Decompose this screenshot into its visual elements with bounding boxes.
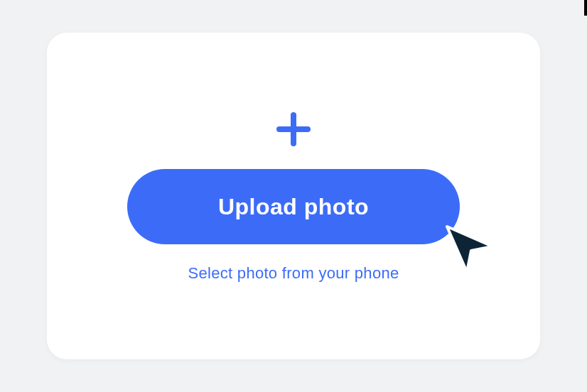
- helper-text: Select photo from your phone: [188, 264, 399, 283]
- upload-photo-button[interactable]: Upload photo: [127, 169, 460, 244]
- upload-card: Upload photo Select photo from your phon…: [47, 33, 540, 359]
- plus-icon: [274, 109, 313, 149]
- upload-button-label: Upload photo: [218, 194, 369, 220]
- edge-marker: [584, 0, 587, 16]
